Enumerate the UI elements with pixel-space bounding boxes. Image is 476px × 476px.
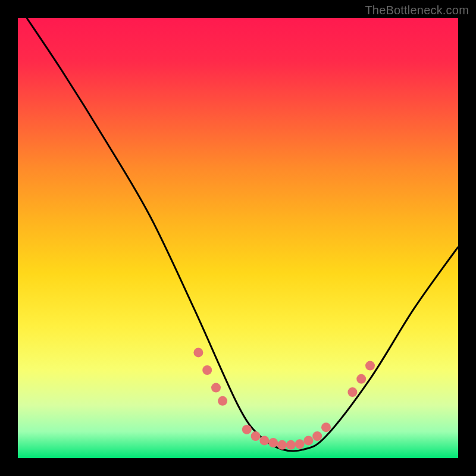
curve-marker bbox=[312, 431, 322, 441]
curve-marker bbox=[277, 440, 287, 450]
curve-marker bbox=[202, 365, 212, 375]
curve-marker bbox=[347, 387, 357, 397]
curve-marker bbox=[211, 383, 221, 393]
chart-stage: TheBottleneck.com bbox=[0, 0, 476, 476]
curve-marker bbox=[259, 436, 269, 445]
curve-markers bbox=[193, 347, 375, 449]
curve-marker bbox=[251, 431, 261, 441]
curve-marker bbox=[365, 361, 375, 371]
curve-marker bbox=[321, 422, 331, 432]
curve-marker bbox=[193, 347, 203, 357]
curve-marker bbox=[303, 436, 313, 445]
curve-marker bbox=[286, 440, 296, 450]
gradient-plot-area bbox=[18, 18, 458, 458]
curve-svg bbox=[18, 18, 458, 458]
curve-marker bbox=[356, 374, 366, 384]
bottleneck-curve bbox=[27, 18, 458, 451]
curve-marker bbox=[295, 439, 305, 449]
curve-marker bbox=[268, 438, 278, 447]
watermark-text: TheBottleneck.com bbox=[365, 4, 469, 17]
curve-marker bbox=[242, 425, 252, 434]
curve-marker bbox=[218, 396, 227, 406]
